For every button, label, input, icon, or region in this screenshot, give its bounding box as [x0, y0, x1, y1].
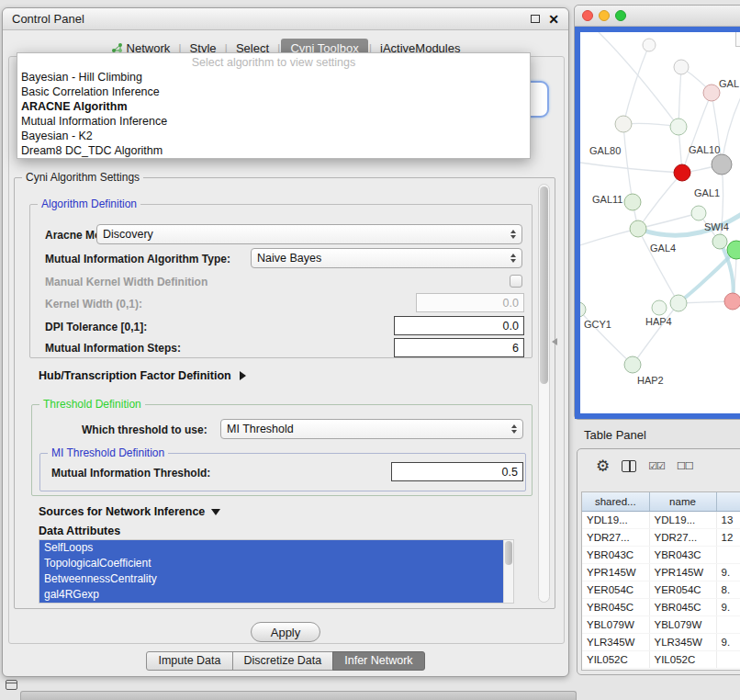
- network-graph[interactable]: GALGAL80GAL10GAL11GAL1GAL4SWI4GCY1HAP2HA…: [580, 32, 740, 413]
- network-node-gcy1[interactable]: [580, 302, 586, 317]
- table-row[interactable]: YDL19...YDL19...13: [582, 511, 740, 528]
- select-all-columns-icon[interactable]: ☑☑: [648, 460, 665, 472]
- close-icon[interactable]: ✕: [548, 13, 559, 26]
- network-node[interactable]: [670, 295, 687, 311]
- network-node-gal[interactable]: [703, 85, 720, 101]
- network-edge: [638, 173, 682, 229]
- data-attributes-list[interactable]: SelfLoopsTopologicalCoefficientBetweenne…: [39, 539, 514, 604]
- bottom-tab-impute-data[interactable]: Impute Data: [146, 651, 232, 671]
- table-cell: YPR145W: [582, 563, 649, 581]
- table-cell: YER054C: [582, 581, 649, 598]
- kernel-width-label: Kernel Width (0,1):: [45, 298, 142, 310]
- table-toolbar: ⚙ ☑☑ ☐☐: [596, 458, 693, 474]
- network-window-titlebar[interactable]: [575, 6, 740, 27]
- attributes-scrollbar[interactable]: [503, 540, 513, 603]
- aracne-mode-value: Discovery: [103, 228, 510, 241]
- network-node-gal11[interactable]: [624, 194, 641, 210]
- node-label-hap2: HAP2: [637, 375, 664, 386]
- hub-definition-expander[interactable]: Hub/Transcription Factor Definition: [39, 369, 246, 382]
- network-edge: [678, 67, 681, 127]
- network-node-gal80[interactable]: [615, 116, 632, 132]
- table-cell: YIL052C: [582, 650, 649, 668]
- sources-label: Sources for Network Inference: [39, 505, 205, 518]
- network-node-gal1[interactable]: [691, 206, 706, 220]
- node-label-gcy1: GCY1: [584, 319, 611, 330]
- canvas-scroll-corner: [735, 32, 740, 47]
- close-traffic-light-icon[interactable]: [582, 10, 593, 21]
- attribute-item-selfloops[interactable]: SelfLoops: [39, 540, 503, 556]
- collapse-splitter-icon[interactable]: [552, 338, 557, 345]
- network-node[interactable]: [724, 293, 740, 310]
- node-table-container[interactable]: shared...nameYDL19...YDL19...13YDR27...Y…: [581, 491, 740, 671]
- panel-dock-icon[interactable]: [6, 680, 17, 690]
- bottom-tab-infer-network[interactable]: Infer Network: [332, 651, 424, 671]
- attribute-item-betweennesscentrality[interactable]: BetweennessCentrality: [39, 571, 503, 587]
- algorithm-option-mutual-information-inference[interactable]: Mutual Information Inference: [17, 114, 530, 129]
- column-header-extra[interactable]: [716, 492, 740, 511]
- which-threshold-value: MI Threshold: [227, 423, 511, 435]
- table-row[interactable]: YBR043CYBR043C: [582, 546, 740, 563]
- sources-expander[interactable]: Sources for Network Inference: [39, 505, 220, 518]
- which-threshold-select[interactable]: MI Threshold: [220, 419, 523, 439]
- network-node[interactable]: [643, 39, 656, 51]
- chevron-up-down-icon: [510, 254, 516, 263]
- table-cell: YBR045C: [649, 598, 716, 615]
- network-edge: [580, 310, 633, 365]
- settings-scrollbar[interactable]: [538, 184, 550, 603]
- table-row[interactable]: YBL079WYBL079W: [582, 615, 740, 633]
- table-row[interactable]: YBR045CYBR045C9.: [582, 598, 740, 615]
- aracne-mode-select[interactable]: Discovery: [96, 224, 522, 244]
- network-node-swi4[interactable]: [712, 234, 727, 249]
- algorithm-definition-group: Algorithm Definition Aracne Mode: Discov…: [29, 204, 533, 358]
- table-row[interactable]: YPR145WYPR145W9.: [582, 563, 740, 581]
- network-edge: [623, 124, 633, 202]
- algorithm-option-dream8-dc-tdc-algorithm[interactable]: Dream8 DC_TDC Algorithm: [17, 143, 530, 158]
- algorithm-option-basic-correlation-inference[interactable]: Basic Correlation Inference: [17, 85, 530, 99]
- kernel-width-field[interactable]: [416, 293, 524, 312]
- float-window-icon[interactable]: [531, 15, 540, 23]
- table-row[interactable]: YIL052CYIL052C: [582, 650, 740, 668]
- scrollbar-thumb[interactable]: [505, 541, 512, 565]
- deselect-all-columns-icon[interactable]: ☐☐: [677, 460, 693, 472]
- bottom-tab-discretize-data[interactable]: Discretize Data: [232, 651, 334, 671]
- algorithm-option-aracne-algorithm[interactable]: ARACNE Algorithm: [17, 99, 530, 114]
- network-node-hap2[interactable]: [624, 356, 641, 373]
- network-node-gal4[interactable]: [630, 220, 646, 237]
- table-row[interactable]: YER054CYER054C8.: [582, 581, 740, 598]
- algorithm-option-bayesian-k2[interactable]: Bayesian - K2: [17, 129, 530, 143]
- zoom-traffic-light-icon[interactable]: [615, 10, 626, 21]
- node-table[interactable]: shared...nameYDL19...YDL19...13YDR27...Y…: [582, 492, 740, 669]
- gear-icon[interactable]: ⚙: [596, 458, 610, 474]
- table-cell: [716, 650, 740, 668]
- cyni-algorithm-settings-group: Cyni Algorithm Settings Algorithm Defini…: [14, 177, 555, 609]
- table-row[interactable]: YDR27...YDR27...12: [582, 528, 740, 546]
- network-canvas[interactable]: GALGAL80GAL10GAL11GAL1GAL4SWI4GCY1HAP2HA…: [580, 32, 740, 413]
- control-panel-titlebar[interactable]: Control Panel ✕: [3, 8, 568, 30]
- network-node[interactable]: [670, 119, 687, 135]
- attribute-item-gal4rgexp[interactable]: gal4RGexp: [39, 587, 503, 603]
- table-cell: YDL19...: [649, 511, 716, 528]
- dpi-tolerance-field[interactable]: [394, 316, 524, 335]
- scrollbar-thumb[interactable]: [540, 186, 548, 384]
- table-cell: YBR043C: [649, 546, 716, 563]
- network-node[interactable]: [712, 154, 732, 175]
- mi-threshold-field[interactable]: [391, 462, 523, 481]
- table-row[interactable]: YLR345WYLR345W9.: [582, 633, 740, 650]
- node-label-gal4: GAL4: [650, 243, 676, 254]
- node-label-gal1: GAL1: [694, 187, 720, 198]
- attribute-item-topologicalcoefficient[interactable]: TopologicalCoefficient: [39, 556, 503, 571]
- algorithm-placeholder-item: Select algorithm to view settings: [17, 55, 530, 70]
- columns-icon[interactable]: [622, 460, 636, 472]
- algorithm-option-bayesian-hill-climbing[interactable]: Bayesian - Hill Climbing: [17, 70, 530, 85]
- column-header-shared-[interactable]: shared...: [582, 492, 649, 511]
- minimize-traffic-light-icon[interactable]: [599, 10, 610, 21]
- column-header-name[interactable]: name: [649, 492, 716, 511]
- network-node-gal10[interactable]: [674, 164, 690, 181]
- mi-algorithm-type-select[interactable]: Naive Bayes: [251, 248, 522, 268]
- network-node[interactable]: [674, 60, 689, 74]
- mi-steps-field[interactable]: [394, 338, 524, 357]
- apply-button[interactable]: Apply: [251, 622, 320, 642]
- table-cell: 13: [716, 511, 740, 528]
- network-node-hap4[interactable]: [652, 300, 667, 315]
- manual-kernel-checkbox[interactable]: [510, 275, 522, 288]
